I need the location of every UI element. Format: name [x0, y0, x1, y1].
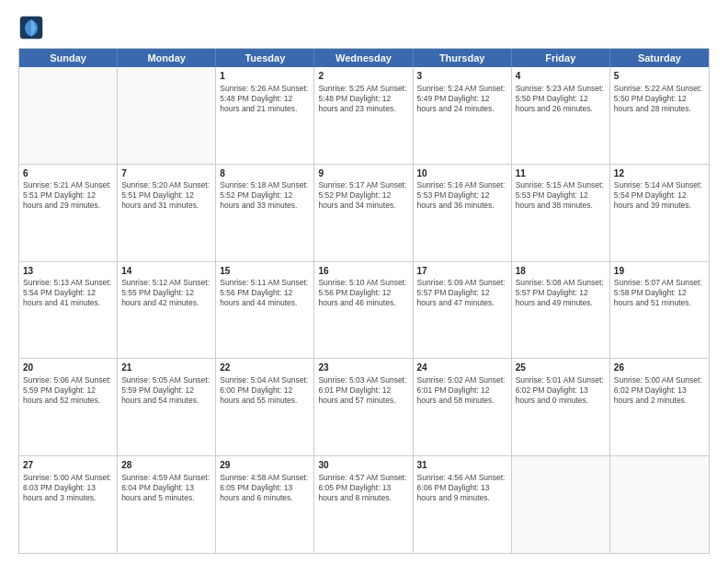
- calendar-empty-cell: [610, 456, 709, 553]
- calendar-week-4: 20Sunrise: 5:06 AM Sunset: 5:59 PM Dayli…: [19, 358, 709, 455]
- day-content: Sunrise: 5:08 AM Sunset: 5:57 PM Dayligh…: [516, 278, 606, 308]
- calendar-day-1: 1Sunrise: 5:26 AM Sunset: 5:48 PM Daylig…: [216, 67, 314, 164]
- calendar-day-10: 10Sunrise: 5:16 AM Sunset: 5:53 PM Dayli…: [414, 165, 512, 261]
- calendar-empty-cell: [512, 456, 610, 553]
- day-content: Sunrise: 5:20 AM Sunset: 5:51 PM Dayligh…: [121, 180, 211, 211]
- header-day-saturday: Saturday: [610, 49, 709, 67]
- calendar-day-5: 5Sunrise: 5:22 AM Sunset: 5:50 PM Daylig…: [610, 67, 709, 164]
- day-content: Sunrise: 5:21 AM Sunset: 5:51 PM Dayligh…: [23, 180, 113, 211]
- calendar-day-11: 11Sunrise: 5:15 AM Sunset: 5:53 PM Dayli…: [512, 165, 610, 261]
- day-content: Sunrise: 5:10 AM Sunset: 5:56 PM Dayligh…: [318, 278, 408, 308]
- day-number: 31: [417, 459, 507, 472]
- day-number: 24: [417, 362, 507, 374]
- day-number: 23: [318, 362, 408, 374]
- calendar-day-30: 30Sunrise: 4:57 AM Sunset: 6:05 PM Dayli…: [314, 456, 413, 553]
- calendar-day-19: 19Sunrise: 5:07 AM Sunset: 5:58 PM Dayli…: [610, 262, 709, 359]
- calendar-week-5: 27Sunrise: 5:00 AM Sunset: 6:03 PM Dayli…: [19, 455, 709, 553]
- calendar-day-29: 29Sunrise: 4:58 AM Sunset: 6:05 PM Dayli…: [216, 456, 314, 553]
- calendar-day-6: 6Sunrise: 5:21 AM Sunset: 5:51 PM Daylig…: [19, 165, 118, 261]
- day-number: 14: [121, 265, 211, 278]
- calendar-week-2: 6Sunrise: 5:21 AM Sunset: 5:51 PM Daylig…: [19, 164, 709, 261]
- day-content: Sunrise: 5:23 AM Sunset: 5:50 PM Dayligh…: [516, 84, 606, 114]
- calendar-header: SundayMondayTuesdayWednesdayThursdayFrid…: [19, 49, 709, 67]
- day-content: Sunrise: 5:03 AM Sunset: 6:01 PM Dayligh…: [318, 375, 408, 406]
- calendar-day-4: 4Sunrise: 5:23 AM Sunset: 5:50 PM Daylig…: [512, 67, 610, 164]
- day-content: Sunrise: 5:16 AM Sunset: 5:53 PM Dayligh…: [417, 180, 507, 211]
- day-content: Sunrise: 5:24 AM Sunset: 5:49 PM Dayligh…: [417, 84, 507, 114]
- calendar-week-3: 13Sunrise: 5:13 AM Sunset: 5:54 PM Dayli…: [19, 261, 709, 359]
- day-number: 30: [318, 459, 408, 472]
- day-number: 2: [318, 70, 408, 83]
- day-content: Sunrise: 4:56 AM Sunset: 6:06 PM Dayligh…: [417, 473, 507, 503]
- calendar: SundayMondayTuesdayWednesdayThursdayFrid…: [18, 48, 710, 554]
- day-number: 10: [417, 167, 507, 180]
- day-content: Sunrise: 4:58 AM Sunset: 6:05 PM Dayligh…: [220, 473, 310, 503]
- calendar-day-25: 25Sunrise: 5:01 AM Sunset: 6:02 PM Dayli…: [512, 359, 610, 455]
- header-day-monday: Monday: [118, 49, 216, 67]
- day-number: 16: [318, 265, 408, 278]
- calendar-day-26: 26Sunrise: 5:00 AM Sunset: 6:02 PM Dayli…: [610, 359, 709, 455]
- calendar-day-31: 31Sunrise: 4:56 AM Sunset: 6:06 PM Dayli…: [414, 456, 512, 553]
- calendar-day-14: 14Sunrise: 5:12 AM Sunset: 5:55 PM Dayli…: [118, 262, 216, 359]
- calendar-day-2: 2Sunrise: 5:25 AM Sunset: 5:48 PM Daylig…: [314, 67, 413, 164]
- calendar-day-17: 17Sunrise: 5:09 AM Sunset: 5:57 PM Dayli…: [414, 262, 512, 359]
- day-content: Sunrise: 5:12 AM Sunset: 5:55 PM Dayligh…: [121, 278, 211, 308]
- day-number: 7: [121, 167, 211, 180]
- day-content: Sunrise: 5:11 AM Sunset: 5:56 PM Dayligh…: [220, 278, 310, 308]
- day-number: 13: [23, 265, 113, 278]
- day-number: 27: [23, 459, 113, 472]
- calendar-day-18: 18Sunrise: 5:08 AM Sunset: 5:57 PM Dayli…: [512, 262, 610, 359]
- day-content: Sunrise: 5:07 AM Sunset: 5:58 PM Dayligh…: [614, 278, 705, 308]
- calendar-day-8: 8Sunrise: 5:18 AM Sunset: 5:52 PM Daylig…: [216, 165, 314, 261]
- header-day-thursday: Thursday: [414, 49, 512, 67]
- day-content: Sunrise: 5:25 AM Sunset: 5:48 PM Dayligh…: [318, 84, 408, 114]
- calendar-day-23: 23Sunrise: 5:03 AM Sunset: 6:01 PM Dayli…: [314, 359, 413, 455]
- calendar-day-28: 28Sunrise: 4:59 AM Sunset: 6:04 PM Dayli…: [118, 456, 216, 553]
- header-day-wednesday: Wednesday: [314, 49, 413, 67]
- day-number: 3: [417, 70, 507, 83]
- day-number: 19: [614, 265, 705, 278]
- calendar-day-24: 24Sunrise: 5:02 AM Sunset: 6:01 PM Dayli…: [414, 359, 512, 455]
- day-content: Sunrise: 5:00 AM Sunset: 6:02 PM Dayligh…: [614, 375, 705, 406]
- day-content: Sunrise: 5:22 AM Sunset: 5:50 PM Dayligh…: [614, 84, 705, 114]
- day-content: Sunrise: 5:14 AM Sunset: 5:54 PM Dayligh…: [614, 180, 705, 211]
- calendar-day-22: 22Sunrise: 5:04 AM Sunset: 6:00 PM Dayli…: [216, 359, 314, 455]
- logo: [18, 15, 48, 40]
- day-number: 17: [417, 265, 507, 278]
- page: SundayMondayTuesdayWednesdayThursdayFrid…: [0, 0, 728, 563]
- day-content: Sunrise: 5:17 AM Sunset: 5:52 PM Dayligh…: [318, 180, 408, 211]
- day-content: Sunrise: 5:05 AM Sunset: 5:59 PM Dayligh…: [121, 375, 211, 406]
- day-content: Sunrise: 5:09 AM Sunset: 5:57 PM Dayligh…: [417, 278, 507, 308]
- day-number: 25: [516, 362, 606, 374]
- calendar-day-27: 27Sunrise: 5:00 AM Sunset: 6:03 PM Dayli…: [19, 456, 118, 553]
- calendar-day-16: 16Sunrise: 5:10 AM Sunset: 5:56 PM Dayli…: [314, 262, 413, 359]
- day-content: Sunrise: 5:01 AM Sunset: 6:02 PM Dayligh…: [516, 375, 606, 406]
- day-content: Sunrise: 5:06 AM Sunset: 5:59 PM Dayligh…: [23, 375, 113, 406]
- calendar-week-1: 1Sunrise: 5:26 AM Sunset: 5:48 PM Daylig…: [19, 67, 709, 164]
- day-content: Sunrise: 5:26 AM Sunset: 5:48 PM Dayligh…: [220, 84, 310, 114]
- calendar-day-21: 21Sunrise: 5:05 AM Sunset: 5:59 PM Dayli…: [118, 359, 216, 455]
- day-content: Sunrise: 5:18 AM Sunset: 5:52 PM Dayligh…: [220, 180, 310, 211]
- day-number: 8: [220, 167, 310, 180]
- day-number: 18: [516, 265, 606, 278]
- day-content: Sunrise: 4:59 AM Sunset: 6:04 PM Dayligh…: [121, 473, 211, 503]
- day-number: 5: [614, 70, 705, 83]
- day-number: 1: [220, 70, 310, 83]
- day-number: 15: [220, 265, 310, 278]
- day-number: 11: [516, 167, 606, 180]
- day-content: Sunrise: 4:57 AM Sunset: 6:05 PM Dayligh…: [318, 473, 408, 503]
- day-number: 22: [220, 362, 310, 374]
- header: [18, 15, 710, 40]
- calendar-day-20: 20Sunrise: 5:06 AM Sunset: 5:59 PM Dayli…: [19, 359, 118, 455]
- calendar-empty-cell: [118, 67, 216, 164]
- header-day-tuesday: Tuesday: [216, 49, 314, 67]
- calendar-day-15: 15Sunrise: 5:11 AM Sunset: 5:56 PM Dayli…: [216, 262, 314, 359]
- day-number: 26: [614, 362, 705, 374]
- day-content: Sunrise: 5:00 AM Sunset: 6:03 PM Dayligh…: [23, 473, 113, 503]
- day-content: Sunrise: 5:02 AM Sunset: 6:01 PM Dayligh…: [417, 375, 507, 406]
- day-number: 12: [614, 167, 705, 180]
- day-content: Sunrise: 5:13 AM Sunset: 5:54 PM Dayligh…: [23, 278, 113, 308]
- day-number: 9: [318, 167, 408, 180]
- day-content: Sunrise: 5:04 AM Sunset: 6:00 PM Dayligh…: [220, 375, 310, 406]
- calendar-day-13: 13Sunrise: 5:13 AM Sunset: 5:54 PM Dayli…: [19, 262, 118, 359]
